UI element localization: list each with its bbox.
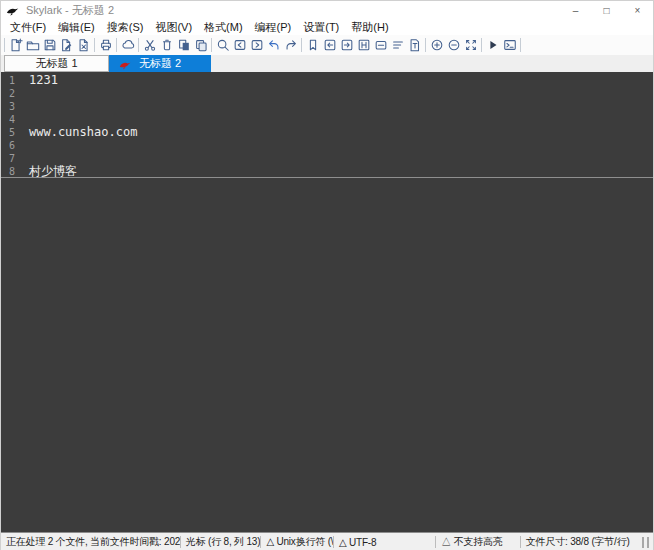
goto-prev-button[interactable] bbox=[321, 36, 338, 54]
copy-icon bbox=[194, 38, 208, 52]
editor-area[interactable]: 112312345www.cunshao.com678村少博客 bbox=[1, 72, 653, 532]
cut-button[interactable] bbox=[141, 36, 158, 54]
snippet-button[interactable] bbox=[406, 36, 423, 54]
maximize-button[interactable]: □ bbox=[591, 1, 622, 20]
delete-icon bbox=[160, 38, 174, 52]
open-file-button[interactable] bbox=[24, 36, 41, 54]
find-prev-icon bbox=[233, 38, 247, 52]
word-wrap-button[interactable] bbox=[389, 36, 406, 54]
redo-button[interactable] bbox=[282, 36, 299, 54]
compare-icon bbox=[374, 38, 388, 52]
modified-flag-icon bbox=[119, 60, 132, 70]
terminal-icon bbox=[503, 38, 517, 52]
print-button[interactable] bbox=[97, 36, 114, 54]
save-icon bbox=[43, 38, 57, 52]
minimize-button[interactable]: – bbox=[560, 1, 591, 20]
window-title: Skylark - 无标题 2 bbox=[26, 3, 114, 18]
status-file-size: 文件尺寸: 38/8 (字节/行) bbox=[521, 533, 642, 550]
menu-item-7[interactable]: 设置(T) bbox=[297, 20, 345, 35]
editor-line-3[interactable]: 3 bbox=[1, 100, 653, 113]
find-prev-button[interactable] bbox=[231, 36, 248, 54]
menu-item-5[interactable]: 格式(M) bbox=[198, 20, 249, 35]
editor-line-5[interactable]: 5www.cunshao.com bbox=[1, 126, 653, 139]
terminal-button[interactable] bbox=[501, 36, 518, 54]
save-as-button[interactable] bbox=[58, 36, 75, 54]
zoom-out-button[interactable] bbox=[445, 36, 462, 54]
line-number: 7 bbox=[1, 152, 29, 165]
word-wrap-icon bbox=[391, 38, 405, 52]
line-text[interactable]: www.cunshao.com bbox=[29, 126, 653, 139]
paste-icon bbox=[177, 38, 191, 52]
tab-label: 无标题 2 bbox=[139, 56, 181, 71]
hex-view-button[interactable] bbox=[355, 36, 372, 54]
editor-line-7[interactable]: 7 bbox=[1, 152, 653, 165]
find-next-icon bbox=[250, 38, 264, 52]
remote-open-icon bbox=[121, 38, 135, 52]
run-icon bbox=[486, 38, 500, 52]
run-button[interactable] bbox=[484, 36, 501, 54]
line-text[interactable]: 村少博客 bbox=[29, 165, 653, 177]
menu-item-6[interactable]: 编程(P) bbox=[249, 20, 298, 35]
cut-icon bbox=[143, 38, 157, 52]
save-button[interactable] bbox=[41, 36, 58, 54]
status-line-ending: △ Unix换行符 (\n) bbox=[261, 533, 333, 550]
bookmark-button[interactable] bbox=[304, 36, 321, 54]
status-highlight-status: △ 不支持高亮 bbox=[436, 533, 519, 550]
line-text[interactable] bbox=[29, 152, 653, 165]
status-encoding: △ UTF-8 bbox=[334, 533, 435, 550]
editor-line-8[interactable]: 8村少博客 bbox=[1, 165, 653, 178]
status-file-status: 正在处理 2 个文件, 当前文件时间戳: 2022 bbox=[1, 533, 180, 550]
editor-line-1[interactable]: 11231 bbox=[1, 74, 653, 87]
app-window: Skylark - 无标题 2 – □ × 文件(F)编辑(E)搜索(S)视图(… bbox=[0, 0, 654, 550]
tab-2[interactable]: 无标题 2 bbox=[109, 55, 211, 72]
tab-1[interactable]: 无标题 1 bbox=[4, 55, 109, 72]
undo-icon bbox=[267, 38, 281, 52]
copy-button[interactable] bbox=[192, 36, 209, 54]
open-file-icon bbox=[26, 38, 40, 52]
toolbar-separator bbox=[520, 38, 521, 52]
find-next-button[interactable] bbox=[248, 36, 265, 54]
new-file-button[interactable] bbox=[7, 36, 24, 54]
search-icon bbox=[216, 38, 230, 52]
line-text[interactable]: 1231 bbox=[29, 74, 653, 87]
menu-item-1[interactable]: 文件(F) bbox=[4, 20, 52, 35]
line-text[interactable] bbox=[29, 139, 653, 152]
print-icon bbox=[99, 38, 113, 52]
compare-button[interactable] bbox=[372, 36, 389, 54]
menubar: 文件(F)编辑(E)搜索(S)视图(V)格式(M)编程(P)设置(T)帮助(H) bbox=[1, 20, 653, 35]
search-button[interactable] bbox=[214, 36, 231, 54]
window-controls: – □ × bbox=[560, 1, 653, 20]
editor-line-2[interactable]: 2 bbox=[1, 87, 653, 100]
menu-item-4[interactable]: 视图(V) bbox=[149, 20, 198, 35]
redo-icon bbox=[284, 38, 298, 52]
status-cursor-position: 光标 (行 8, 列 13) bbox=[181, 533, 261, 550]
close-file-icon bbox=[77, 38, 91, 52]
close-button[interactable]: × bbox=[622, 1, 653, 20]
tab-label: 无标题 1 bbox=[35, 56, 77, 71]
zoom-in-button[interactable] bbox=[428, 36, 445, 54]
delete-button[interactable] bbox=[158, 36, 175, 54]
fullscreen-button[interactable] bbox=[462, 36, 479, 54]
line-number: 1 bbox=[1, 74, 29, 87]
paste-button[interactable] bbox=[175, 36, 192, 54]
editor-line-6[interactable]: 6 bbox=[1, 139, 653, 152]
resize-grip[interactable] bbox=[642, 537, 649, 548]
menu-item-3[interactable]: 搜索(S) bbox=[101, 20, 150, 35]
line-text[interactable] bbox=[29, 100, 653, 113]
remote-open-button[interactable] bbox=[119, 36, 136, 54]
statusbar: 正在处理 2 个文件, 当前文件时间戳: 2022光标 (行 8, 列 13)△… bbox=[1, 532, 653, 550]
toolbar-separator bbox=[211, 38, 212, 52]
toolbar-separator bbox=[425, 38, 426, 52]
goto-next-button[interactable] bbox=[338, 36, 355, 54]
bookmark-icon bbox=[306, 38, 320, 52]
fullscreen-icon bbox=[464, 38, 478, 52]
toolbar-separator bbox=[138, 38, 139, 52]
undo-button[interactable] bbox=[265, 36, 282, 54]
close-file-button[interactable] bbox=[75, 36, 92, 54]
goto-prev-icon bbox=[323, 38, 337, 52]
snippet-icon bbox=[408, 38, 422, 52]
toolbar-separator bbox=[481, 38, 482, 52]
menu-item-8[interactable]: 帮助(H) bbox=[345, 20, 394, 35]
menu-item-2[interactable]: 编辑(E) bbox=[52, 20, 101, 35]
line-text[interactable] bbox=[29, 87, 653, 100]
